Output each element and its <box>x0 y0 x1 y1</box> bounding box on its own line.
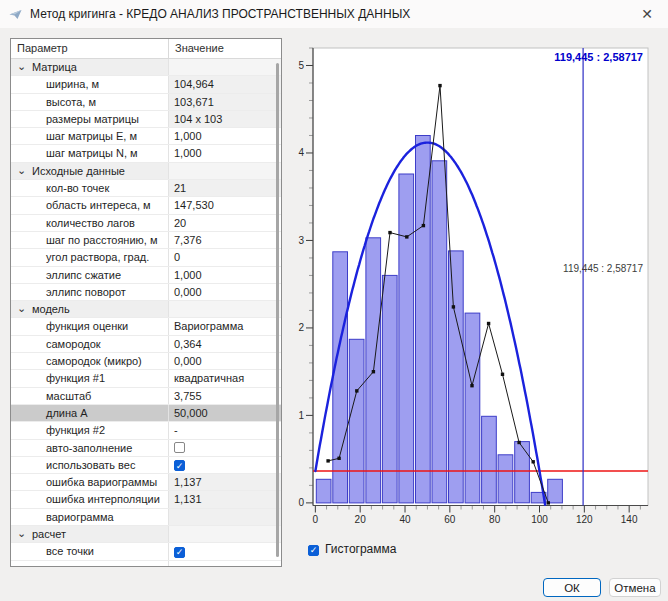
value-cell[interactable]: 0,000 <box>169 284 281 300</box>
table-row[interactable]: ошибка вариограммы1,137 <box>11 474 281 491</box>
value-cell[interactable]: 20 <box>169 215 281 231</box>
value-text: 1,000 <box>174 269 202 281</box>
close-icon[interactable]: ✕ <box>632 3 662 25</box>
section-row[interactable]: ⌄Исходные данные <box>11 163 281 180</box>
value-cell: 21 <box>169 180 281 196</box>
value-cell[interactable]: - <box>169 422 281 438</box>
table-row[interactable]: все точки✓ <box>11 543 281 560</box>
table-row[interactable]: функция оценкиВариограмма <box>11 318 281 335</box>
table-row[interactable]: ошибка интерполяции1,131 <box>11 491 281 508</box>
table-row[interactable]: шаг матрицы N, м1,000 <box>11 145 281 162</box>
experimental-variogram-point <box>517 441 520 444</box>
value-cell[interactable] <box>169 440 281 456</box>
table-row[interactable]: шаг по расстоянию, м7,376 <box>11 232 281 249</box>
value-text: 0,364 <box>174 338 202 350</box>
section-label: Исходные данные <box>32 163 125 179</box>
param-label: шаг матрицы E, м <box>11 128 169 144</box>
value-cell[interactable]: 0 <box>169 249 281 265</box>
chevron-down-icon[interactable]: ⌄ <box>17 301 26 317</box>
param-label: авто-заполнение <box>11 440 169 456</box>
table-row[interactable]: функция #2- <box>11 422 281 439</box>
value-cell[interactable]: 1,000 <box>169 128 281 144</box>
value-text: Вариограмма <box>174 320 243 332</box>
table-row[interactable]: функция #1квадратичная <box>11 370 281 387</box>
table-row[interactable]: масштаб3,755 <box>11 388 281 405</box>
value-cell: 104 x 103 <box>169 111 281 127</box>
table-row[interactable]: количество лагов20 <box>11 215 281 232</box>
experimental-variogram-point <box>388 231 391 234</box>
value-text: 1,000 <box>174 130 202 142</box>
experimental-variogram-point <box>405 235 408 238</box>
table-row[interactable]: шаг матрицы E, м1,000 <box>11 128 281 145</box>
unchecked-checkbox[interactable] <box>174 442 185 453</box>
cancel-button[interactable]: Отмена <box>609 578 661 597</box>
experimental-variogram-point <box>501 373 504 376</box>
value-text: 7,376 <box>174 234 202 246</box>
section-label: Матрица <box>32 59 77 75</box>
table-row[interactable]: длина A50,000 <box>11 405 281 422</box>
histogram-bar <box>548 479 563 503</box>
svg-text:2: 2 <box>298 322 304 333</box>
section-value-cell <box>169 163 281 179</box>
experimental-variogram-point <box>422 224 425 227</box>
table-row[interactable] <box>11 561 281 567</box>
table-row[interactable]: область интереса, м147,530 <box>11 197 281 214</box>
checked-checkbox[interactable]: ✓ <box>174 460 185 471</box>
table-row[interactable]: эллипс сжатие1,000 <box>11 267 281 284</box>
app-icon <box>9 7 23 21</box>
value-cell[interactable]: 1,000 <box>169 267 281 283</box>
table-row[interactable]: авто-заполнение <box>11 440 281 457</box>
chevron-down-icon[interactable]: ⌄ <box>17 163 26 179</box>
chevron-down-icon[interactable]: ⌄ <box>17 59 26 75</box>
value-text: - <box>174 424 178 436</box>
histogram-bar <box>482 416 497 503</box>
histogram-bar <box>465 313 480 503</box>
section-row[interactable]: ⌄модель <box>11 301 281 318</box>
value-cell[interactable]: 3,755 <box>169 388 281 404</box>
value-cell: 1,137 <box>169 474 281 490</box>
table-row[interactable]: размеры матрицы104 x 103 <box>11 111 281 128</box>
param-label <box>11 561 169 567</box>
experimental-variogram-point <box>355 389 358 392</box>
checked-checkbox[interactable]: ✓ <box>174 547 185 558</box>
table-row[interactable]: самородок (микро)0,000 <box>11 353 281 370</box>
value-cell[interactable]: 7,376 <box>169 232 281 248</box>
section-value-cell <box>169 526 281 542</box>
table-row[interactable]: угол раствора, град.0 <box>11 249 281 266</box>
value-cell[interactable]: 0,364 <box>169 336 281 352</box>
table-row[interactable]: высота, м103,671 <box>11 94 281 111</box>
param-label: ошибка вариограммы <box>11 474 169 490</box>
table-row[interactable]: эллипс поворот0,000 <box>11 284 281 301</box>
section-cell: ⌄модель <box>11 301 169 317</box>
value-cell[interactable]: 147,530 <box>169 197 281 213</box>
section-cell: ⌄Исходные данные <box>11 163 169 179</box>
histogram-bar <box>498 455 513 503</box>
value-text: 3,755 <box>174 390 202 402</box>
value-cell[interactable]: Вариограмма <box>169 318 281 334</box>
section-row[interactable]: ⌄расчет <box>11 526 281 543</box>
chevron-down-icon[interactable]: ⌄ <box>17 526 26 542</box>
param-label: самородок <box>11 336 169 352</box>
table-row[interactable]: кол-во точек21 <box>11 180 281 197</box>
value-cell[interactable]: ✓ <box>169 543 281 559</box>
histogram-checkbox[interactable]: ✓ <box>308 545 319 556</box>
variogram-chart[interactable]: 020406080100120140012345119,445 : 2,5871… <box>295 35 668 565</box>
experimental-variogram-point <box>372 370 375 373</box>
value-cell[interactable]: ✓ <box>169 457 281 473</box>
table-row[interactable]: самородок0,364 <box>11 336 281 353</box>
param-label: функция #2 <box>11 422 169 438</box>
section-cell: ⌄расчет <box>11 526 169 542</box>
value-cell[interactable]: квадратичная <box>169 370 281 386</box>
table-row[interactable]: вариограмма <box>11 509 281 526</box>
value-cell[interactable]: 0,000 <box>169 353 281 369</box>
svg-text:3: 3 <box>298 235 304 246</box>
ok-button[interactable]: ОК <box>543 578 601 597</box>
table-row[interactable]: ширина, м104,964 <box>11 76 281 93</box>
param-label: шаг по расстоянию, м <box>11 232 169 248</box>
experimental-variogram-point <box>438 84 441 87</box>
crosshair-label-mid: 119,445 : 2,58717 <box>563 263 643 274</box>
value-cell[interactable]: 1,000 <box>169 145 281 161</box>
table-scrollbar[interactable] <box>276 63 279 557</box>
table-row[interactable]: использовать вес✓ <box>11 457 281 474</box>
section-row[interactable]: ⌄Матрица <box>11 59 281 76</box>
